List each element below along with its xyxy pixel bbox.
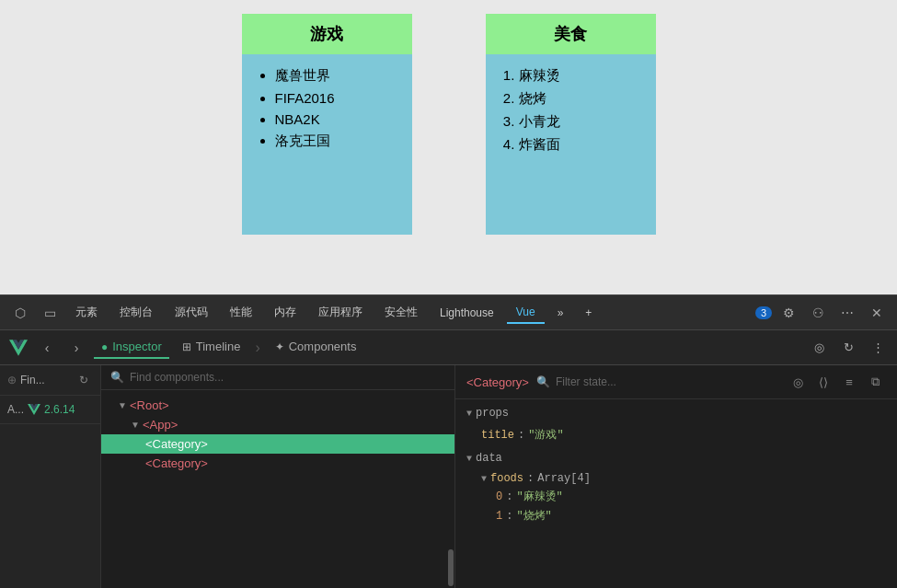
tab-lighthouse[interactable]: Lighthouse: [431, 303, 503, 323]
foods-colon: :: [527, 472, 534, 485]
title-value: "游戏": [528, 427, 563, 443]
filter-bar: 🔍 Filter state...: [536, 375, 779, 388]
filter-icon: 🔍: [536, 375, 550, 388]
selected-component-name: <Category>: [466, 375, 529, 389]
notification-badge: 3: [755, 306, 772, 319]
devtools-body: ⊕ Fin... ↻ A... 2.6.14 🔍 Find components…: [0, 365, 897, 588]
foods-0-colon: :: [506, 490, 512, 503]
vue-logo: [7, 337, 29, 359]
record-btn[interactable]: ◎: [807, 336, 831, 360]
filter-placeholder[interactable]: Filter state...: [556, 375, 616, 388]
app-arrow: ▼: [131, 420, 140, 430]
state-content: ▼ props title : "游戏" ▼ data: [455, 399, 897, 540]
device-mode-btn[interactable]: ▭: [37, 300, 63, 326]
category-2-tag: <Category>: [145, 456, 208, 470]
tab-console[interactable]: 控制台: [110, 301, 162, 324]
copy-component-btn[interactable]: ≡: [838, 371, 860, 393]
main-content: 游戏 魔兽世界 FIFA2016 NBA2K 洛克王国 美食 麻辣烫 烧烤 小青…: [0, 0, 897, 294]
tab-security[interactable]: 安全性: [375, 301, 427, 324]
find-bar: ⊕ Fin... ↻: [0, 365, 100, 396]
back-btn[interactable]: ‹: [35, 336, 59, 360]
foods-key: foods: [490, 472, 523, 485]
inspector-tab[interactable]: ● Inspector: [94, 336, 169, 359]
timeline-label: Timeline: [196, 340, 241, 353]
foods-1-key: 1: [496, 510, 502, 523]
tab-performance[interactable]: 性能: [221, 301, 261, 324]
open-in-editor-btn[interactable]: ⧉: [864, 371, 886, 393]
foods-1-value: "烧烤": [516, 508, 551, 524]
title-colon: :: [518, 429, 524, 442]
games-card-body: 魔兽世界 FIFA2016 NBA2K 洛克王国: [242, 54, 412, 168]
props-header[interactable]: ▼ props: [466, 407, 886, 420]
foods-1-colon: :: [506, 510, 512, 523]
game-item-4: 洛克王国: [275, 133, 397, 150]
food-card-body: 麻辣烫 烧烤 小青龙 炸酱面: [486, 54, 656, 172]
foods-0-row: 0 : "麻辣烫": [466, 487, 886, 506]
timeline-tab[interactable]: ⊞ Timeline: [175, 336, 248, 359]
tab-memory[interactable]: 内存: [265, 301, 305, 324]
foods-type: Array[4]: [537, 472, 591, 485]
forward-btn[interactable]: ›: [64, 336, 88, 360]
food-card-title: 美食: [486, 14, 656, 54]
more-vue-btn[interactable]: ⋮: [866, 336, 890, 360]
tree-scrollbar-handle[interactable]: [448, 549, 454, 586]
inspect-element-btn[interactable]: ⬡: [7, 300, 33, 326]
data-section: ▼ data ▼ foods : Array[4] 0 : "麻辣烫": [466, 452, 886, 525]
root-tag: <Root>: [130, 398, 169, 412]
tab-application[interactable]: 应用程序: [309, 301, 372, 324]
component-tree-panel: 🔍 Find components... ▼ <Root> ▼ <App> <C…: [101, 365, 455, 588]
root-arrow: ▼: [118, 400, 127, 410]
refresh-btn[interactable]: ↻: [836, 336, 860, 360]
game-item-1: 魔兽世界: [275, 67, 397, 85]
devtools-tab-bar: ⬡ ▭ 元素 控制台 源代码 性能 内存 应用程序 安全性 Lighthouse…: [0, 295, 897, 330]
tree-refresh-btn[interactable]: ↻: [75, 371, 93, 389]
settings-btn[interactable]: ⚙: [776, 300, 801, 326]
food-item-1: 麻辣烫: [519, 67, 641, 85]
state-inspector-panel: <Category> 🔍 Filter state... ◎ ⟨⟩ ≡ ⧉ ▼: [455, 365, 897, 588]
props-arrow: ▼: [466, 409, 472, 419]
close-btn[interactable]: ✕: [864, 300, 890, 326]
comp-search-placeholder[interactable]: Find components...: [130, 371, 224, 384]
data-arrow: ▼: [466, 454, 472, 464]
component-tree: ▼ <Root> ▼ <App> <Category> <Category>: [101, 390, 454, 588]
components-tab[interactable]: ✦ Components: [268, 336, 364, 359]
view-source-btn[interactable]: ⟨⟩: [812, 371, 834, 393]
remote-devices-btn[interactable]: ⚇: [805, 300, 831, 326]
find-text: Fin...: [20, 374, 45, 386]
timeline-icon: ⊞: [182, 340, 191, 353]
game-item-3: NBA2K: [275, 111, 397, 127]
inspect-dom-btn[interactable]: ◎: [787, 371, 809, 393]
food-card: 美食 麻辣烫 烧烤 小青龙 炸酱面: [486, 14, 656, 235]
props-section: ▼ props title : "游戏": [466, 407, 886, 444]
foods-1-row: 1 : "烧烤": [466, 506, 886, 525]
tree-app[interactable]: ▼ <App>: [101, 415, 454, 434]
comp-search-icon: 🔍: [110, 371, 124, 384]
data-header[interactable]: ▼ data: [466, 452, 886, 465]
tab-add[interactable]: +: [576, 303, 601, 323]
tree-root[interactable]: ▼ <Root>: [101, 396, 454, 415]
version-prefix: A...: [7, 403, 24, 416]
inspector-label: Inspector: [112, 340, 161, 353]
find-icon: ⊕: [7, 374, 17, 386]
games-card: 游戏 魔兽世界 FIFA2016 NBA2K 洛克王国: [242, 14, 412, 235]
components-label: Components: [289, 340, 357, 353]
tree-category-2[interactable]: <Category>: [101, 454, 454, 473]
food-item-4: 炸酱面: [519, 136, 641, 154]
tree-category-selected[interactable]: <Category>: [101, 434, 454, 454]
tab-more[interactable]: »: [548, 303, 573, 323]
tab-elements[interactable]: 元素: [66, 301, 107, 324]
vue-toolbar: ‹ › ● Inspector ⊞ Timeline › ✦ Component…: [0, 330, 897, 365]
tab-sources[interactable]: 源代码: [166, 301, 217, 324]
left-panel: ⊕ Fin... ↻ A... 2.6.14: [0, 365, 101, 588]
data-label: data: [476, 452, 502, 465]
components-icon: ✦: [275, 340, 284, 353]
tab-vue[interactable]: Vue: [507, 302, 545, 324]
games-card-title: 游戏: [242, 14, 412, 54]
more-options-btn[interactable]: ⋯: [834, 300, 860, 326]
title-key: title: [481, 429, 514, 442]
foods-arrow: ▼: [481, 474, 487, 484]
version-row: A... 2.6.14: [0, 396, 100, 424]
tab-separator: ›: [253, 340, 261, 356]
devtools-panel: ⬡ ▭ 元素 控制台 源代码 性能 内存 应用程序 安全性 Lighthouse…: [0, 294, 897, 588]
vue-version: 2.6.14: [44, 403, 75, 416]
